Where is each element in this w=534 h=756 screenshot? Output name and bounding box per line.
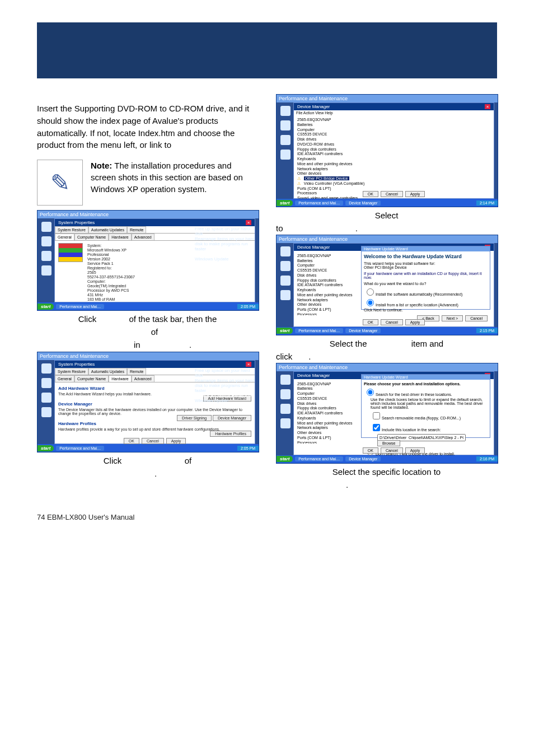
tree-item[interactable]: Disk drives xyxy=(297,273,360,278)
hardware-profiles-button[interactable]: Hardware Profiles xyxy=(210,431,251,437)
start-button[interactable]: start xyxy=(38,304,54,310)
tab-advanced[interactable]: Advanced xyxy=(132,234,154,240)
tree-item[interactable]: IDE ATA/ATAPI controllers xyxy=(297,283,360,288)
task-link[interactable]: Windows Update xyxy=(195,398,256,403)
taskbar-item[interactable]: Device Manager xyxy=(345,200,381,206)
tree-item[interactable]: Keyboards xyxy=(297,288,360,293)
tree-item[interactable]: Video Controller (VGA Compatible) xyxy=(297,181,490,186)
taskbar-item[interactable]: Device Manager xyxy=(345,456,381,461)
tree-item[interactable]: CS5535 DEVICE xyxy=(297,132,490,137)
chk-include-location[interactable]: Include this location in the search: xyxy=(371,422,488,433)
tree-item-selected[interactable]: Other PCI Bridge Device xyxy=(297,176,490,181)
radio-advanced[interactable] xyxy=(367,299,374,306)
menu-help[interactable]: Help xyxy=(325,111,332,115)
radio-auto[interactable] xyxy=(367,288,374,296)
tree-item[interactable]: Mice and other pointing devices xyxy=(297,421,360,426)
tree-item[interactable]: Batteries xyxy=(297,123,490,128)
apply-button[interactable]: Apply xyxy=(405,191,425,197)
ok-button[interactable]: OK xyxy=(363,319,378,325)
ok-button[interactable]: OK xyxy=(363,191,378,197)
tree-item[interactable]: Keyboards xyxy=(297,157,490,162)
checkbox-removable[interactable] xyxy=(373,412,380,419)
tree-root[interactable]: 2585-E8Q3OVNAP xyxy=(297,254,360,259)
taskbar-item[interactable]: Device Manager xyxy=(345,328,381,333)
driver-signing-button[interactable]: Driver Signing xyxy=(177,415,212,421)
tab-remote[interactable]: Remote xyxy=(127,368,147,375)
chk-removable[interactable]: Search removable media (floppy, CD-ROM..… xyxy=(371,410,488,421)
task-link[interactable]: Free up space on your hard disk xyxy=(195,368,256,378)
tree-item[interactable]: Ports (COM & LPT) xyxy=(297,436,360,441)
tab-computer-name[interactable]: Computer Name xyxy=(74,375,109,382)
taskbar-item[interactable]: Performance and Mai… xyxy=(295,456,343,461)
cancel-button[interactable]: Cancel xyxy=(381,447,403,454)
tree-item[interactable]: Computer xyxy=(297,128,490,133)
tree-item[interactable]: Other devices xyxy=(297,431,360,436)
opt-search-best[interactable]: Search for the best driver in these loca… xyxy=(364,387,488,396)
tree-item[interactable]: IDE ATA/ATAPI controllers xyxy=(297,411,360,416)
tree-item[interactable]: Processors xyxy=(297,312,360,315)
tab-auto-updates[interactable]: Automatic Updates xyxy=(88,368,127,375)
cancel-button[interactable]: Cancel xyxy=(381,319,403,325)
ok-button[interactable]: OK xyxy=(363,447,378,454)
tree-item[interactable]: Processors xyxy=(297,441,360,444)
task-link[interactable]: Rearrange items on your hard disk to mak… xyxy=(195,236,256,251)
tree-item[interactable]: Batteries xyxy=(297,259,360,264)
checkbox-include[interactable] xyxy=(373,424,380,431)
tree-item[interactable]: Network adapters xyxy=(297,167,490,172)
tree-item[interactable]: CS5535 DEVICE xyxy=(297,396,360,402)
tree-item[interactable]: IDE ATA/ATAPI controllers xyxy=(297,152,490,157)
start-button[interactable]: start xyxy=(277,456,293,462)
start-button[interactable]: start xyxy=(277,328,293,334)
tree-item[interactable]: Network adapters xyxy=(297,298,360,303)
tab-remote[interactable]: Remote xyxy=(127,226,147,233)
tree-item[interactable]: Ports (COM & LPT) xyxy=(297,307,360,312)
ok-button[interactable]: OK xyxy=(124,438,139,444)
tab-computer-name[interactable]: Computer Name xyxy=(74,234,109,240)
menu-file[interactable]: File xyxy=(296,111,302,115)
tree-item[interactable]: Network adapters xyxy=(297,426,360,431)
tree-item[interactable]: Computer xyxy=(297,391,360,396)
taskbar-item[interactable]: Performance and Mai… xyxy=(295,328,343,333)
tree-item[interactable]: Mice and other pointing devices xyxy=(297,162,490,167)
tree-item[interactable]: Disk drives xyxy=(297,137,490,142)
task-link[interactable]: Rearrange items on your hard disk to mak… xyxy=(195,378,256,393)
tree-item[interactable]: Floppy disk controllers xyxy=(297,147,490,152)
tab-auto-updates[interactable]: Automatic Updates xyxy=(88,226,127,233)
close-icon[interactable]: × xyxy=(485,104,490,109)
tree-item[interactable]: DVD/CD-ROM drives xyxy=(297,142,490,147)
tree-item[interactable]: CS5535 DEVICE xyxy=(297,268,360,273)
apply-button[interactable]: Apply xyxy=(166,438,186,444)
start-button[interactable]: start xyxy=(277,200,293,206)
wizard-opt-advanced[interactable]: Install from a list or specific location… xyxy=(364,297,488,307)
tab-general[interactable]: General xyxy=(55,375,74,382)
tab-general[interactable]: General xyxy=(55,234,74,240)
tree-item[interactable]: Other devices xyxy=(297,171,490,176)
apply-button[interactable]: Apply xyxy=(405,319,425,325)
tree-item[interactable]: Mice and other pointing devices xyxy=(297,293,360,298)
taskbar-item[interactable]: Performance and Mai… xyxy=(56,446,104,451)
tab-system-restore[interactable]: System Restore xyxy=(55,226,88,233)
device-manager-button[interactable]: Device Manager xyxy=(213,415,251,421)
tree-item[interactable]: Ports (COM & LPT) xyxy=(297,186,490,192)
wizard-opt-auto[interactable]: Install the software automatically (Reco… xyxy=(364,287,488,296)
browse-button[interactable]: Browse xyxy=(377,440,400,446)
menu-view[interactable]: View xyxy=(315,111,324,115)
cancel-button[interactable]: Cancel xyxy=(142,438,164,444)
start-button[interactable]: start xyxy=(38,445,54,451)
tree-item[interactable]: Floppy disk controllers xyxy=(297,406,360,411)
tree-item[interactable]: Disk drives xyxy=(297,402,360,407)
tree-root[interactable]: 2585-E8Q3OVNAP xyxy=(297,118,490,123)
radio-search-best[interactable] xyxy=(367,389,374,396)
tab-system-restore[interactable]: System Restore xyxy=(55,368,88,375)
cancel-button[interactable]: Cancel xyxy=(381,191,403,197)
tree-item[interactable]: Other devices xyxy=(297,302,360,307)
menu-action[interactable]: Action xyxy=(303,111,314,115)
close-icon[interactable]: × xyxy=(246,220,251,225)
taskbar-item[interactable]: Performance and Mai… xyxy=(295,200,343,206)
tab-hardware[interactable]: Hardware xyxy=(109,375,131,382)
apply-button[interactable]: Apply xyxy=(405,447,425,454)
tab-hardware[interactable]: Hardware xyxy=(109,234,131,240)
close-icon[interactable]: × xyxy=(246,362,251,367)
tree-item[interactable]: Computer xyxy=(297,263,360,268)
tree-item[interactable]: Keyboards xyxy=(297,416,360,421)
